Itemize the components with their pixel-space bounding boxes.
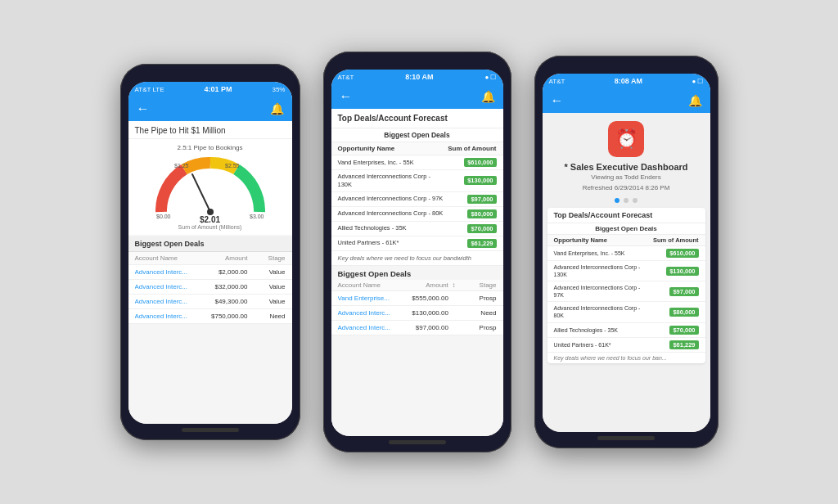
phone-3-refreshed: Refreshed 6/29/2014 8:26 PM (543, 182, 710, 193)
p3-deal-2-amount: $130,000 (651, 267, 699, 276)
col-sum: Sum of Amount (444, 145, 497, 152)
table-row: Advanced Interc... $2,000.00 Value (128, 265, 292, 280)
table-row: Advanced Interc... $32,000.00 Value (128, 280, 292, 295)
deal-3-name: Advanced Interconnections Corp - 97K (338, 195, 444, 203)
phone-2-carrier: AT&T (338, 74, 354, 81)
table-row: Advanced Interc... $750,000.00 Need (128, 309, 292, 324)
phone-1-content: The Pipe to Hit $1 Million 2.5:1 Pipe to… (128, 121, 292, 424)
p3-deal-6-amount: $61,229 (651, 340, 699, 349)
phone-3-time: 8:08 AM (615, 77, 642, 85)
row2-1-name[interactable]: Vand Enterprise... (338, 295, 412, 302)
phone-2-battery: ● ☐ (484, 74, 496, 81)
gauge-section: 2.5:1 Pipe to Bookings (128, 139, 292, 235)
phone-3-card: Top Deals/Account Forecast Biggest Open … (547, 208, 705, 363)
deal-1-amount: $610,000 (444, 158, 497, 167)
phone-2-back-button[interactable]: ← (340, 89, 353, 104)
deal-4-name: Advanced Interconnections Corp - 80K (338, 209, 444, 218)
row-3-name[interactable]: Advanced Interc... (135, 298, 210, 305)
phone-3-bod-title: Biggest Open Deals (547, 223, 705, 235)
row-3-amount: $49,300.00 (210, 298, 248, 305)
phone-1-carrier: AT&T LTE (135, 86, 164, 93)
phone-2-bod-title: Biggest Open Deals (331, 128, 503, 142)
table-row: Vand Enterprise... $555,000.00 Prosp (331, 291, 503, 306)
phone-1-section-header: Biggest Open Deals (128, 236, 292, 252)
deal-2-amount: $130,000 (444, 176, 497, 185)
phone-1-nav-bar: ← 🔔 (128, 97, 292, 121)
col-opportunity: Opportunity Name (338, 145, 444, 152)
phone-2-content: Top Deals/Account Forecast Biggest Open … (331, 109, 503, 436)
deal-4-badge: $80,000 (467, 209, 496, 218)
svg-text:$2.55: $2.55 (225, 163, 240, 169)
deal-3-amount: $97,000 (444, 195, 497, 204)
deals-row: Advanced Interconnections Corp - 80K $80… (331, 207, 503, 222)
phone-1-page-title: The Pipe to Hit $1 Million (128, 121, 292, 139)
dashboard-icon-container: ⏰ (543, 121, 710, 157)
p3-deal-5-amount: $70,000 (651, 326, 699, 335)
deals-row: Allied Technologies - 35K $70,000 (331, 222, 503, 236)
p3-badge-6: $61,229 (669, 340, 698, 349)
svg-text:$0.00: $0.00 (156, 214, 171, 219)
deal-6-amount: $61,229 (444, 239, 497, 248)
phone-1-bell-icon[interactable]: 🔔 (270, 102, 284, 115)
phone-3-speaker (601, 64, 651, 70)
page-dots (543, 193, 710, 208)
phone-3-deals-header: Opportunity Name Sum of Amount (547, 235, 705, 246)
row-4-name[interactable]: Advanced Interc... (135, 313, 210, 320)
phone-3-viewing-as: Viewing as Todd Enders (543, 172, 710, 182)
phone-3-title: * Sales Executive Dashboard (543, 162, 710, 172)
phone-2-time: 8:10 AM (405, 73, 433, 81)
p3-deal-1-name: Vand Enterprises, Inc. - 55K (554, 250, 651, 257)
row-4-stage: Need (248, 313, 286, 320)
deal-5-badge: $70,000 (467, 224, 496, 233)
phone-1: AT&T LTE 4:01 PM 35% ← 🔔 The Pipe to Hit… (120, 64, 300, 440)
row-4-amount: $750,000.00 (210, 313, 248, 320)
dot-1[interactable] (615, 198, 619, 203)
deals-row: Vand Enterprises, Inc. - 55K $610,000 (547, 246, 705, 261)
phone-3-nav-bar: ← 🔔 (543, 88, 710, 113)
row-1-stage: Value (248, 268, 286, 276)
p3-badge-1: $610,000 (666, 249, 698, 258)
svg-point-1 (207, 209, 214, 215)
phone-2-bell-icon[interactable]: 🔔 (481, 90, 495, 103)
row-1-name[interactable]: Advanced Interc... (135, 268, 210, 276)
p3-badge-3: $97,000 (669, 287, 698, 296)
deals-row: Advanced Interconnections Corp - 130K $1… (331, 170, 503, 192)
phone-3-status-bar: AT&T 8:08 AM ● ☐ (543, 74, 710, 88)
row-2-name[interactable]: Advanced Interc... (135, 283, 210, 290)
deal-6-name: United Partners - 61K* (338, 239, 444, 247)
phone-2-section-title: Top Deals/Account Forecast (331, 109, 503, 128)
p3-deal-1-amount: $610,000 (651, 249, 699, 258)
svg-text:$3.00: $3.00 (250, 214, 264, 219)
phone-3-back-button[interactable]: ← (551, 93, 564, 108)
gauge-subtitle: 2.5:1 Pipe to Bookings (135, 144, 286, 151)
row2-2-name[interactable]: Advanced Interc... (338, 309, 412, 317)
row-1-amount: $2,000.00 (210, 268, 248, 276)
col2-name: Account Name (338, 281, 412, 289)
phone-1-back-button[interactable]: ← (137, 101, 150, 116)
col-header-name: Account Name (135, 254, 210, 262)
sort-icon[interactable]: ↕ (448, 281, 460, 289)
table-row: Advanced Interc... $49,300.00 Value (128, 295, 292, 309)
phone-2-speaker (393, 60, 442, 66)
deals-row: Advanced Interconnections Corp - 97K $97… (547, 281, 705, 302)
p3-badge-5: $70,000 (669, 326, 698, 335)
phone-3-home-bar (597, 436, 655, 440)
phone-3-bell-icon[interactable]: 🔔 (688, 94, 702, 107)
svg-text:$1.25: $1.25 (174, 163, 189, 169)
col-header-stage: Stage (248, 254, 286, 262)
deals-row: Advanced Interconnections Corp - 130K $1… (547, 261, 705, 281)
dot-2[interactable] (624, 198, 628, 203)
row2-3-name[interactable]: Advanced Interc... (338, 324, 412, 331)
deal-1-name: Vand Enterprises, Inc. - 55K (338, 159, 444, 167)
dot-3[interactable] (633, 198, 638, 203)
row2-1-stage: Prosp (459, 295, 496, 302)
svg-line-0 (192, 174, 210, 212)
phone-3-content: ⏰ * Sales Executive Dashboard Viewing as… (543, 113, 710, 432)
deal-6-badge: $61,229 (467, 239, 496, 248)
phone-2-nav-bar: ← 🔔 (331, 84, 503, 109)
row-3-stage: Value (248, 298, 286, 305)
col-header-amount: Amount (210, 254, 248, 262)
row2-2-stage: Need (459, 309, 496, 317)
row2-3-amount: $97,000.00 (412, 324, 448, 331)
phone-3: AT&T 8:08 AM ● ☐ ← 🔔 ⏰ * Sales Executive… (534, 56, 719, 448)
